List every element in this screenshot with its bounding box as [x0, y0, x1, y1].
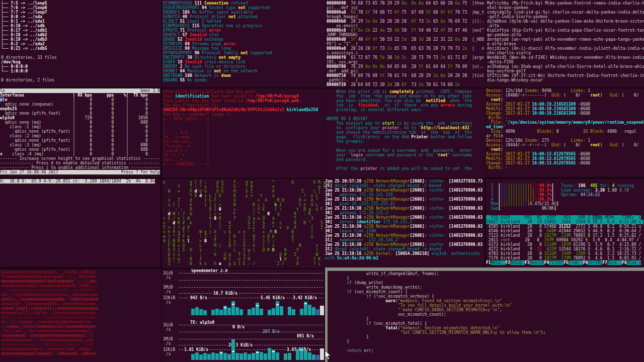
- terminal-line: 000006c0 6f 6e 5b 22 4a 55 4d 50 5f 54 4…: [327, 28, 486, 33]
- traffic-bar: [223, 353, 227, 360]
- terminal-line: you have submitted. You can also be noti…: [327, 99, 486, 103]
- pane-htop[interactable]: 1 [||||||||||||||||94.8%] Tasks: 198, 49…: [486, 179, 644, 267]
- terminal-line: 1 [||||||||||||||||94.8%] Tasks: 198, 49…: [486, 184, 644, 188]
- terminal-line: dia-tango-Whiskey-oscar: [487, 78, 644, 82]
- terminal-line: F 0 + Q L M ) 8 7 U - k ) ' < N z: [163, 243, 325, 248]
- pane-apg-passphrases[interactable]: MyFrichby (My-Frich-by) Mike-yankee-Foxt…: [486, 0, 644, 87]
- terminal-line: os.envir|: [327, 24, 486, 28]
- terminal-line: 2811 root 20 0 397M 69984 58292 S 5.9 0.…: [486, 238, 644, 242]
- terminal-line: /dev/bsg: [1, 60, 162, 64]
- terminal-line: [327, 162, 486, 166]
- terminal-line: to configure your printer. Go to "http:/…: [327, 126, 486, 130]
- terminal-line: warn("modpost: Found %d section mismatch…: [328, 299, 644, 303]
- terminal-line: - : : R Q 1 0 + ) Y E [ \ t B g $ F: [163, 207, 325, 212]
- terminal-line: n 2 d { G F - U < A M H H < A *: [163, 198, 325, 203]
- traffic-bar: [203, 310, 207, 315]
- traffic-bar: [199, 354, 203, 360]
- terminal-line: |oo .. +.. |: [163, 157, 325, 162]
- pane-hexdump[interactable]: 00000690 74 68 73 65 70 29 29 0a 0a 0a 6…: [326, 0, 486, 87]
- pane-ssh-keygen[interactable]: Generating public/private dsa key pair.Y…: [162, 88, 325, 178]
- terminal-line: "'make CONFIG_DEBUG_SECTION_MISMATCH=y'\…: [328, 308, 644, 312]
- terminal-line: the job from the queue and moves on to a…: [327, 94, 486, 99]
- annotation-left: 942 B/s: [189, 296, 208, 300]
- terminal-line: job is finished, or if there are any err…: [327, 103, 486, 108]
- terminal-line: e-alfa-bravo: [487, 42, 644, 46]
- terminal-line: +----[SHA256]-----+: [163, 162, 325, 166]
- terminal-line: Mem[||||||||||||4.47G/15.4G]: [486, 202, 644, 206]
- terminal-line: your login username and password or the …: [327, 153, 486, 157]
- terminal-line: EPROTO 71 Protocol error: [163, 28, 325, 33]
- terminal-line: 4272 kirkland 9 -11 625M 13544 10176 S 4…: [486, 247, 644, 251]
- pane-bmon[interactable]: lo bmon 3.8Interfaces | RX bps pps %| TX…: [0, 88, 160, 177]
- terminal-line: 000006e0 20 20 20 6f 73 2e 65 78 65 63 7…: [327, 46, 486, 51]
- traffic-bar: [227, 308, 231, 315]
- terminal-line: -delta-FIVE: [487, 60, 644, 64]
- terminal-line: "To see full details build your kernel w…: [328, 303, 644, 308]
- terminal-line: }: [328, 317, 644, 321]
- pane-errno-list[interactable]: ECONNREFUSED 111 Connection refusedESOCK…: [162, 0, 325, 87]
- terminal-line: anreptyab (an-rept-yab) alfa-november-ro…: [487, 37, 644, 42]
- terminal-line: 6 z s : : % 3 q T 1 ! ` - Q # Z W: [163, 252, 325, 257]
- y-axis-label: 32KiB/s: [163, 347, 175, 356]
- pane-ascii-art[interactable]: ooooooooooooodooooooool;',coood;;ddddool…: [0, 269, 162, 362]
- terminal-line: 30] lease time 2700: [325, 229, 485, 233]
- pane-cmatrix[interactable]: e g [ 3 ; p S f q w ^ & d R y Y 7 / * x …: [162, 179, 325, 268]
- traffic-bar: [276, 352, 279, 360]
- traffic-bar: [272, 308, 275, 315]
- traffic-bar: [308, 352, 311, 360]
- annotation-avg: 10.7 KiB/s: [212, 291, 238, 296]
- terminal-line: Y 7 / * x U Z S T 8 x g d: [163, 185, 325, 189]
- traffic-bar: [191, 354, 195, 360]
- terminal-line: WonAbid5 (Won-Ab-id-FIVE) Whiskey-oscar-…: [487, 55, 644, 60]
- terminal-line: The key fingerprint is:: [163, 103, 325, 108]
- traffic-bar: [296, 349, 299, 360]
- traffic-bar: [256, 351, 259, 360]
- terminal-line: ├── 8:1 -> ../sda1: [1, 19, 162, 24]
- terminal-line: w } * Z Y o ! J j ( U ] 0 < 8 b $ s: [163, 234, 325, 239]
- traffic-bar: [320, 306, 324, 315]
- terminal-line: ooollc,:looooooooooooooddo;'lodoolaooooo: [1, 297, 162, 302]
- pane-journalctl[interactable]: Jan 25 20:57:39 x250 NetworkManager[2608…: [325, 179, 485, 267]
- pane-mplayer-status[interactable]: A: 36.8 V: 65.9 A-V:-29.051 ct: -3.289 1…: [0, 179, 160, 267]
- terminal-line: [1, 73, 162, 78]
- terminal-line: printing, in several different ways.: [327, 108, 486, 112]
- y-axis-label: 1GiB/s: [163, 271, 173, 280]
- terminal-line: cooooooooooddollooooooooooooodc'ldddl;;;: [1, 284, 162, 288]
- traffic-bar: [316, 309, 319, 315]
- traffic-bar: [231, 339, 235, 360]
- terminal-line: fatal("modpost: Section mismatches detec…: [328, 326, 644, 330]
- annotation-right2: 3.42 KiB/s: [292, 296, 318, 300]
- traffic-bar: [316, 355, 319, 360]
- pane-vim-modpost-c[interactable]: write_if_changed(&buf, fname); } if (dum…: [328, 272, 644, 362]
- traffic-bar: [256, 303, 259, 315]
- traffic-bar: [308, 305, 311, 315]
- terminal-line: ed_time': [486, 125, 644, 129]
- terminal-line: 000006b0 28 29 3a 0a 20 20 20 20 6f 73 2…: [327, 19, 486, 24]
- terminal-line: Jan 25 21:16:30 x250 NetworkManager[2608…: [325, 197, 485, 202]
- pane-cups-doc[interactable]: When the print job is completely printed…: [326, 88, 486, 178]
- pane-stat-output[interactable]: Device: 12h/18d Inode: 9498 Links: 1Acce…: [486, 88, 644, 177]
- pane-speedometer[interactable]: 1GiB/s 1MiB/s 32KiB/s Speedometer 2.8 10…: [162, 269, 324, 362]
- terminal-line: qdisc none (mq) | 0 0 | 88B: [0, 120, 160, 125]
- terminal-line: qdisc none (pfifo_fast) | 0 0 | 0: [0, 111, 160, 116]
- terminal-line: enp0s25 | 0 0 | 0: [0, 107, 160, 111]
- terminal-line: |E .o * + . |: [163, 153, 325, 157]
- terminal-line: Change: 2017-01-27 16:08:19.216581389 -0…: [486, 111, 644, 116]
- terminal-line: v class :4 (mq) | 0 0 | 0: [0, 152, 160, 156]
- terminal-line: Modify: 2017-01-27 16:08:13.612678565 -0…: [486, 156, 644, 161]
- terminal-line: -golf-india-Sierra-yankee: [487, 15, 644, 19]
- terminal-line: Jan 25 21:16:30 x250 NetworkManager[2608…: [325, 215, 485, 220]
- traffic-bar: [284, 353, 287, 360]
- terminal-line: Jan 25 20:57:39 x250 NetworkManager[2608…: [325, 179, 485, 184]
- terminal-line: >lo | 0 0 | 0: [0, 98, 160, 102]
- terminal-line: |. . o.o |: [163, 130, 325, 135]
- terminal-line: Modify: 2017-01-27 16:08:19.216581389 -0…: [486, 107, 644, 111]
- speedometer-tx-graph: 1GiB/s 1MiB/s 32KiB/s Speedometer 2.8 10…: [162, 269, 324, 321]
- terminal-line: if (!sec_mismatch_verbose) {: [328, 294, 644, 299]
- terminal-line: [327, 112, 486, 117]
- terminal-line: Jan 25 21:16:30 x250 NetworkManager[2608…: [325, 242, 485, 247]
- y-axis-label: 32KiB/s: [163, 296, 175, 305]
- terminal-line: ooooolloool;;ooooooll;;ooooooooooooooooo: [1, 306, 162, 311]
- pane-dev-tree[interactable]: ├── 7:5 -> ../loop5├── 7:6 -> ../loop6├─…: [0, 0, 162, 87]
- terminal-line: qdisc none (pfifo_fast) | 0 0 | 88B: [0, 147, 160, 152]
